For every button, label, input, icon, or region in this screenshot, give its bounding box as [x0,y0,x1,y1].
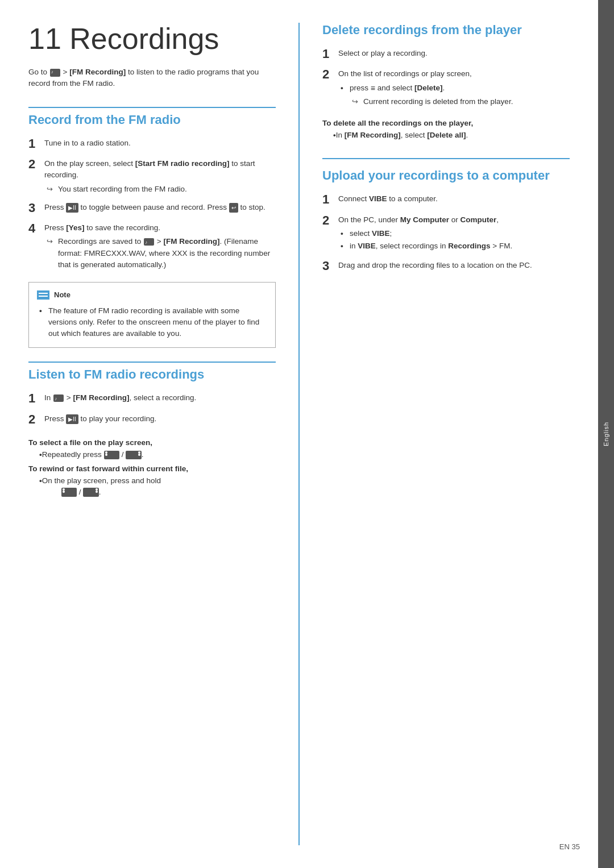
upload-step-2-bullets: • select VIBE; • in VIBE, select recordi… [341,228,570,252]
intro-paragraph: Go to ♪ > [FM Recording] to listen to th… [28,67,276,90]
upload-section-title: Upload your recordings to a computer [322,168,570,183]
listen-section-title: Listen to FM radio recordings [28,362,276,382]
record-section-title: Record from the FM radio [28,107,276,127]
bullet-symbol: • [39,305,48,317]
upload-step-3: 3 Drag and drop the recording files to a… [322,259,570,273]
upload-bullet-2-text: in VIBE, select recordings in Recordings… [350,240,512,252]
rewind-text: On the play screen, press and hold / . [42,475,161,499]
upload-step-num-2: 2 [322,213,338,228]
prev-icon-1 [104,451,120,460]
delete-arrow: ↪ Current recording is deleted from the … [352,96,570,107]
select-file-item: • Repeatedly press / . [31,449,276,460]
delete-step-2-bullets: • press ≡ and select [Delete]. [341,82,570,94]
fm-icon-inline: ♪ [144,238,154,246]
delete-step-2: 2 On the list of recordings or play scre… [322,67,570,107]
step-num-1: 1 [28,136,44,151]
listen-step-num-1: 1 [28,391,44,406]
step-4-arrow: ↪ Recordings are saved to ♪ > [FM Record… [47,236,276,271]
record-steps-list: 1 Tune in to a radio station. 2 On the p… [28,136,276,271]
left-column: 11 Recordings Go to ♪ > [FM Recording] t… [28,23,300,845]
delete-all-bullet: • [325,130,336,141]
delete-all-item: • In [FM Recording], select [Delete all]… [325,130,570,141]
delete-section: Delete recordings from the player 1 Sele… [322,23,570,141]
record-step-2: 2 On the play screen, select [Start FM r… [28,157,276,195]
next-icon-1 [126,451,142,460]
step-num-4: 4 [28,221,44,236]
side-tab-label: English [603,422,609,446]
upload-step-num-1: 1 [322,192,338,207]
upload-steps-list: 1 Connect VIBE to a computer. 2 On the P… [322,192,570,274]
delete-all-label: To delete all the recordings on the play… [322,119,570,127]
listen-step-1: 1 In ♪ > [FM Recording], select a record… [28,391,276,406]
note-icon [37,290,49,300]
select-file-text: Repeatedly press / . [42,449,144,460]
delete-all-text: In [FM Recording], select [Delete all]. [336,130,468,141]
page-footer: EN 35 [559,842,580,851]
back-icon: ↩ [229,203,238,213]
select-file-list: • Repeatedly press / . [31,449,276,460]
delete-step-1: 1 Select or play a recording. [322,47,570,61]
section-divider [322,158,570,159]
step-num-2: 2 [28,157,44,172]
next-icon-2 [83,488,99,497]
delete-step-num-1: 1 [322,47,338,61]
page-container: English 11 Recordings Go to ♪ > [FM Reco… [0,0,614,868]
bullet-sym-4: • [31,475,42,487]
note-text: The feature of FM radio recording is ava… [48,305,267,340]
delete-section-title: Delete recordings from the player [322,23,570,38]
upload-section: Upload your recordings to a computer 1 C… [322,168,570,274]
upload-step-3-text: Drag and drop the recording files to a l… [338,261,532,269]
rewind-label: To rewind or fast forward within current… [28,464,276,473]
note-item: • The feature of FM radio recording is a… [39,305,267,340]
listen-step-2: 2 Press ▶II to play your recording. [28,412,276,427]
delete-arrow-sym: ↪ [352,96,363,107]
right-column: Delete recordings from the player 1 Sele… [300,23,570,845]
delete-bullet-1: • press ≡ and select [Delete]. [341,82,570,94]
page-title: 11 Recordings [28,23,276,55]
main-content: 11 Recordings Go to ♪ > [FM Recording] t… [0,0,598,868]
record-step-4: 4 Press [Yes] to save the recording. ↪ R… [28,221,276,271]
rewind-list: • On the play screen, press and hold / . [31,475,276,499]
fm-icon-2: ♪ [53,394,64,402]
note-label: Note [54,289,70,301]
record-step-1: 1 Tune in to a radio station. [28,136,276,151]
step-num-3: 3 [28,201,44,215]
note-list: • The feature of FM radio recording is a… [39,305,267,340]
bullet-sym-3: • [31,449,42,460]
delete-bullet-1-text: press ≡ and select [Delete]. [350,82,445,94]
step-4-arrow-text: Recordings are saved to ♪ > [FM Recordin… [58,236,276,271]
bullet-sym-up1: • [341,228,350,239]
menu-icon-inline: ≡ [371,82,375,94]
listen-section: Listen to FM radio recordings 1 In ♪ > [… [28,362,276,498]
play-pause-icon-2: ▶II [66,414,78,424]
listen-step-num-2: 2 [28,412,44,427]
bullet-sym-up2: • [341,240,350,252]
delete-step-num-2: 2 [322,67,338,82]
listen-steps-list: 1 In ♪ > [FM Recording], select a record… [28,391,276,427]
arrow-symbol: ↪ [47,184,58,195]
note-box: Note • The feature of FM radio recording… [28,282,276,348]
delete-steps-list: 1 Select or play a recording. 2 On the l… [322,47,570,107]
step-1-text: Tune in to a radio station. [44,139,131,147]
record-step-3: 3 Press ▶II to toggle between pause and … [28,201,276,215]
upload-bullet-2: • in VIBE, select recordings in Recordin… [341,240,570,252]
bullet-sym-del: • [341,82,350,94]
prev-icon-2 [61,488,77,497]
upload-bullet-1: • select VIBE; [341,228,570,239]
upload-bullet-1-text: select VIBE; [350,228,392,239]
delete-step-1-text: Select or play a recording. [338,49,428,57]
upload-step-num-3: 3 [322,259,338,273]
side-tab: English [598,0,614,868]
record-section: Record from the FM radio 1 Tune in to a … [28,107,276,271]
arrow-symbol-2: ↪ [47,236,58,247]
rewind-item: • On the play screen, press and hold / . [31,475,276,499]
note-header: Note [37,289,267,301]
play-pause-icon: ▶II [66,203,78,213]
delete-all-list: • In [FM Recording], select [Delete all]… [325,130,570,141]
step-2-arrow: ↪ You start recording from the FM radio. [47,184,276,195]
upload-step-1: 1 Connect VIBE to a computer. [322,192,570,207]
upload-step-2: 2 On the PC, under My Computer or Comput… [322,213,570,254]
fm-recording-icon: ♪ [50,69,60,77]
step-2-arrow-text: You start recording from the FM radio. [58,184,187,195]
select-file-label: To select a file on the play screen, [28,438,276,447]
